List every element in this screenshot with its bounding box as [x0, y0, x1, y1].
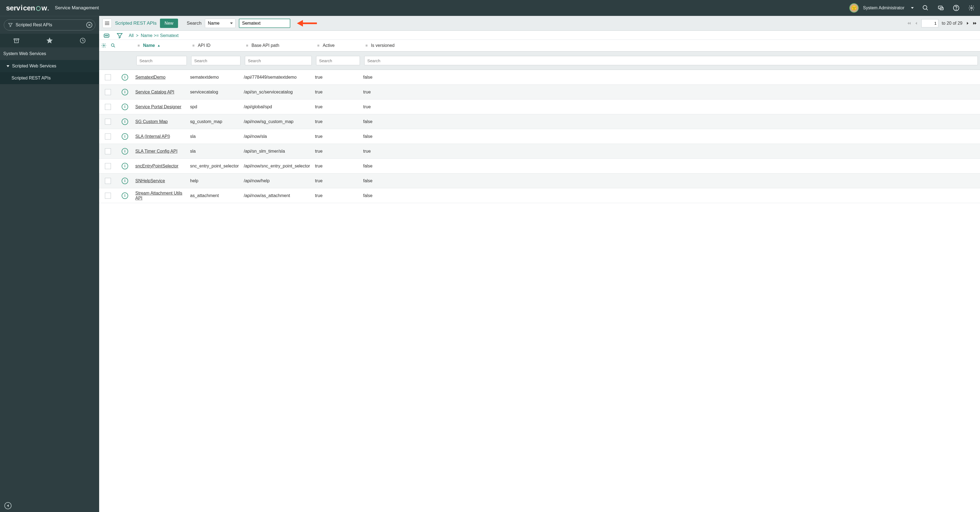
sidebar-item-scripted-rest-apis[interactable]: Scripted REST APIs: [0, 72, 99, 84]
row-path: /api/now/sla: [242, 132, 313, 140]
global-search-icon[interactable]: [922, 5, 929, 11]
row-name-link[interactable]: SLA Timer Config API: [135, 149, 178, 154]
chat-icon[interactable]: [937, 5, 944, 11]
nav-tab-favorites[interactable]: [33, 34, 66, 47]
pager-current-input[interactable]: [921, 19, 939, 27]
row-checkbox[interactable]: [105, 163, 111, 169]
row-path: /api/sn_slm_timer/sla: [242, 147, 313, 155]
row-checkbox[interactable]: [105, 148, 111, 154]
row-checkbox[interactable]: [105, 134, 111, 139]
row-active: true: [313, 132, 361, 140]
row-checkbox[interactable]: [105, 104, 111, 110]
row-path: /api/now/as_attachment: [242, 191, 313, 200]
star-icon: [46, 37, 53, 44]
pager-next-icon[interactable]: [966, 21, 970, 25]
breadcrumb-filter[interactable]: Name >= Sematext: [141, 33, 178, 38]
filter-apiid-input[interactable]: [191, 56, 240, 65]
row-name-link[interactable]: Service Catalog API: [135, 89, 174, 94]
row-api-id: servicecatalog: [188, 88, 242, 96]
filter-funnel-icon[interactable]: [116, 32, 124, 39]
breadcrumb[interactable]: All > Name >= Sematext: [129, 33, 178, 38]
row-info-icon[interactable]: i: [122, 178, 128, 184]
table-row: i SLA Timer Config API sla /api/sn_slm_t…: [99, 144, 980, 159]
row-info-icon[interactable]: i: [122, 163, 128, 169]
nav-filter-input[interactable]: [16, 22, 84, 27]
column-search-toggle-icon[interactable]: [108, 40, 118, 51]
row-versioned: false: [361, 191, 980, 200]
row-name-link[interactable]: sncEntryPointSelector: [135, 164, 178, 169]
row-name-link[interactable]: SNHelpService: [135, 179, 165, 183]
pager: to 20 of 29: [907, 19, 977, 27]
row-path: /api/sn_sc/servicecatalog: [242, 88, 313, 96]
row-info-icon[interactable]: i: [122, 89, 128, 96]
filter-name-input[interactable]: [137, 56, 187, 65]
filter-active-input[interactable]: [316, 56, 360, 65]
table-row: i SG Custom Map sg_custom_map /api/now/s…: [99, 114, 980, 129]
pager-last-icon[interactable]: [973, 21, 977, 25]
column-filter-row: [99, 51, 980, 70]
help-icon[interactable]: [953, 5, 960, 11]
sidebar-group-scripted-web-services[interactable]: Scripted Web Services: [0, 60, 99, 72]
user-menu-caret-icon[interactable]: [911, 7, 914, 9]
sidebar-collapse-icon[interactable]: [5, 502, 11, 509]
breadcrumb-row: All > Name >= Sematext: [99, 31, 980, 40]
search-input[interactable]: [239, 19, 290, 28]
logo: servicenw.: [6, 4, 49, 12]
settings-gear-icon[interactable]: [968, 5, 975, 11]
nav-tab-all[interactable]: [0, 34, 33, 47]
list-title: Scripted REST APIs: [115, 21, 157, 26]
pager-first-icon[interactable]: [907, 21, 911, 25]
row-active: true: [313, 118, 361, 126]
nav-section-label: System Web Services: [0, 48, 99, 60]
column-header-versioned[interactable]: ≡Is versioned: [363, 40, 980, 51]
filter-versioned-input[interactable]: [364, 56, 978, 65]
row-info-icon[interactable]: i: [122, 148, 128, 155]
breadcrumb-all[interactable]: All: [129, 33, 134, 38]
table-row: i SNHelpService help /api/now/help true …: [99, 174, 980, 188]
sidebar-group-label: Scripted Web Services: [12, 64, 56, 69]
search-field-select[interactable]: Name: [205, 19, 235, 28]
row-name-link[interactable]: SematextDemo: [135, 75, 165, 80]
column-header-api-id[interactable]: ≡API ID: [190, 40, 244, 51]
row-checkbox[interactable]: [105, 119, 111, 125]
activity-stream-icon[interactable]: [102, 32, 111, 39]
row-name-link[interactable]: SLA (Internal API): [135, 134, 170, 139]
archive-icon: [13, 37, 20, 44]
avatar[interactable]: 🙂: [850, 3, 859, 13]
row-info-icon[interactable]: i: [122, 118, 128, 125]
row-name-link[interactable]: Stream Attachment Utils API: [135, 191, 186, 201]
row-api-id: snc_entry_point_selector: [188, 162, 242, 170]
svg-rect-8: [14, 40, 18, 43]
nav-tab-history[interactable]: [66, 34, 99, 47]
row-checkbox[interactable]: [105, 74, 111, 80]
row-info-icon[interactable]: i: [122, 104, 128, 110]
row-versioned: true: [361, 103, 980, 111]
list-menu-button[interactable]: [102, 19, 112, 28]
row-checkbox[interactable]: [105, 193, 111, 199]
row-checkbox[interactable]: [105, 89, 111, 95]
row-name-link[interactable]: SG Custom Map: [135, 119, 168, 124]
svg-point-5: [956, 9, 956, 10]
nav-filter[interactable]: ✕: [4, 19, 95, 30]
column-header-base-path[interactable]: ≡Base API path: [244, 40, 315, 51]
new-button[interactable]: New: [160, 19, 178, 28]
topbar: servicenw. Service Management 🙂 System A…: [0, 0, 980, 16]
sidebar: ✕ System Web Services Scripted Web Servi…: [0, 16, 99, 512]
column-header-name[interactable]: ≡Name▲: [135, 40, 190, 51]
row-versioned: true: [361, 88, 980, 96]
svg-point-15: [105, 35, 106, 36]
personalize-gear-icon[interactable]: [99, 40, 108, 51]
svg-line-1: [926, 9, 928, 10]
row-info-icon[interactable]: i: [122, 192, 128, 199]
column-header-active[interactable]: ≡Active: [315, 40, 363, 51]
row-info-icon[interactable]: i: [122, 133, 128, 140]
row-path: /api/now/sg_custom_map: [242, 118, 313, 126]
row-checkbox[interactable]: [105, 178, 111, 184]
sidebar-item-label: Scripted REST APIs: [11, 76, 51, 81]
row-info-icon[interactable]: i: [122, 74, 128, 81]
pager-prev-icon[interactable]: [914, 21, 918, 25]
filter-path-input[interactable]: [245, 56, 312, 65]
row-name-link[interactable]: Service Portal Designer: [135, 104, 181, 109]
main: Scripted REST APIs New Search Name: [99, 16, 980, 512]
nav-filter-clear-icon[interactable]: ✕: [86, 22, 92, 28]
